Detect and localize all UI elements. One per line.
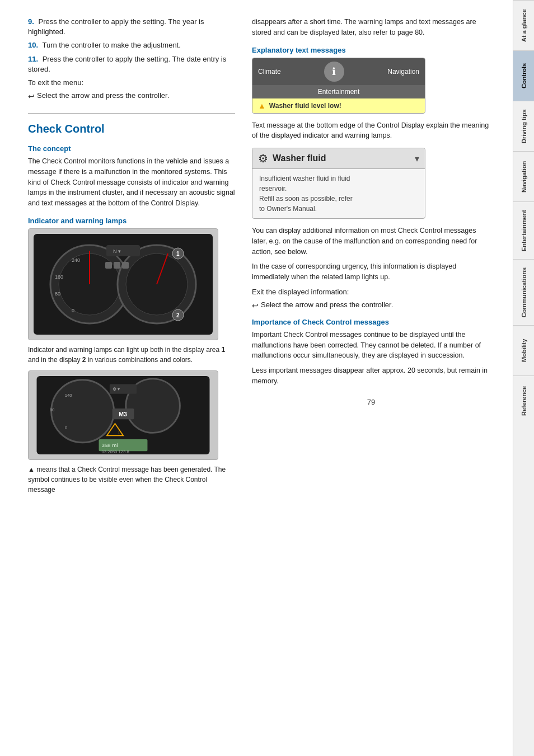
nav-navigation: Navigation: [387, 68, 419, 76]
washer-body: Insufficient washer fluid in fluid reser…: [252, 169, 425, 218]
svg-text:358 mi: 358 mi: [101, 442, 118, 448]
display-nav-row: Climate ℹ Navigation: [252, 58, 425, 85]
indicator-title: Indicator and warning lamps: [28, 217, 235, 225]
display-box: Climate ℹ Navigation Entertainment ▲ Was…: [252, 58, 425, 114]
svg-rect-11: [105, 262, 112, 269]
svg-text:1: 1: [176, 251, 180, 257]
sidebar: At a glance Controls Driving tips Naviga…: [513, 0, 534, 756]
svg-rect-13: [122, 262, 129, 269]
svg-text:03.2050  123.8: 03.2050 123.8: [101, 449, 129, 454]
svg-text:0: 0: [65, 425, 67, 430]
item-number: 9.: [28, 17, 34, 26]
left-column: 9. Press the controller to apply the set…: [28, 17, 235, 734]
svg-rect-12: [114, 262, 120, 269]
instrument-cluster-image-1: 240 160 80 0 N ▾ 1: [28, 228, 218, 340]
sidebar-tab-at-a-glance[interactable]: At a glance: [513, 0, 534, 50]
svg-text:0: 0: [72, 308, 74, 313]
washer-fluid-title: Washer fluid: [273, 153, 326, 163]
washer-fluid-icon: ⚙: [258, 152, 268, 165]
sidebar-tab-driving-tips[interactable]: Driving tips: [513, 101, 534, 151]
sidebar-tab-mobility[interactable]: Mobility: [513, 325, 534, 375]
concept-title: The concept: [28, 144, 235, 153]
svg-text:M3: M3: [119, 411, 127, 417]
sidebar-tab-reference[interactable]: Reference: [513, 375, 534, 426]
svg-text:2: 2: [176, 312, 180, 318]
svg-text:240: 240: [72, 257, 80, 263]
importance-title: Importance of Check Control messages: [252, 318, 490, 326]
additional-info-text: You can display additional information o…: [252, 226, 490, 257]
item-text: Press the controller to apply the settin…: [28, 55, 226, 73]
item-number: 11.: [28, 55, 38, 63]
page-number: 79: [252, 398, 490, 406]
washer-header: ⚙ Washer fluid ▾: [252, 148, 425, 169]
explanatory-body: Text message at the bottom edge of the C…: [252, 120, 490, 142]
importance-text-1: Important Check Control messages continu…: [252, 330, 490, 361]
sidebar-tab-controls[interactable]: Controls: [513, 50, 534, 101]
warning-caption: ▲ means that a Check Control message has…: [28, 464, 235, 495]
scroll-down-icon: ▾: [415, 153, 419, 164]
right-column: disappears after a short time. The warni…: [252, 17, 490, 734]
exit-label: To exit the menu:: [28, 78, 235, 88]
svg-text:!: !: [118, 430, 120, 435]
item-text: Turn the controller to make the adjustme…: [42, 41, 180, 49]
sidebar-tab-entertainment[interactable]: Entertainment: [513, 201, 534, 259]
item-text: Press the controller to apply the settin…: [28, 17, 204, 36]
display-entertainment: Entertainment: [252, 85, 425, 98]
concept-text: The Check Control monitors functions in …: [28, 156, 235, 209]
urgency-text: In the case of corresponding urgency, th…: [252, 261, 490, 283]
nav-climate: Climate: [258, 68, 281, 76]
svg-text:140: 140: [65, 393, 72, 398]
continues-text: disappears after a short time. The warni…: [252, 17, 490, 38]
svg-text:⚙ ▾: ⚙ ▾: [113, 387, 120, 392]
list-item-9: 9. Press the controller to apply the set…: [28, 17, 235, 37]
washer-fluid-box: ⚙ Washer fluid ▾ Insufficient washer flu…: [252, 148, 425, 219]
indicator-caption: Indicator and warning lamps can light up…: [28, 345, 235, 365]
svg-text:80: 80: [55, 291, 60, 297]
svg-text:N ▾: N ▾: [113, 248, 121, 254]
explanatory-title: Explanatory text messages: [252, 46, 490, 54]
exit-arrow-instruction: ↩ Select the arrow and press the control…: [252, 300, 490, 310]
display-warning-bar: ▲ Washer fluid level low!: [252, 98, 425, 113]
item-number: 10.: [28, 41, 38, 49]
nav-info-button: ℹ: [324, 62, 344, 82]
svg-point-21: [51, 380, 114, 443]
exit-arrow-text: Select the arrow and press the controlle…: [261, 300, 393, 309]
instrument-cluster-image-2: 140 80 0 ⚙ ▾ M3 ! 358 mi: [28, 370, 218, 460]
sidebar-tab-communications[interactable]: Communications: [513, 259, 534, 325]
check-control-heading: Check Control: [28, 113, 235, 135]
svg-text:80: 80: [50, 407, 55, 412]
warning-triangle-icon: ▲: [258, 101, 266, 110]
arrow-instruction: ↩ Select the arrow and press the control…: [28, 91, 235, 101]
warning-text: Washer fluid level low!: [269, 102, 341, 110]
svg-rect-9: [106, 245, 140, 256]
importance-text-2: Less important messages disappear after …: [252, 365, 490, 387]
back-arrow-icon-2: ↩: [252, 301, 259, 310]
exit-info-label: Exit the displayed information:: [252, 287, 490, 297]
svg-text:160: 160: [55, 274, 63, 280]
washer-title-row: ⚙ Washer fluid: [258, 152, 326, 165]
arrow-text: Select the arrow and press the controlle…: [37, 91, 169, 100]
back-arrow-icon: ↩: [28, 92, 35, 101]
list-item-10: 10. Turn the controller to make the adju…: [28, 40, 235, 50]
sidebar-tab-navigation[interactable]: Navigation: [513, 151, 534, 201]
list-item-11: 11. Press the controller to apply the se…: [28, 54, 235, 74]
